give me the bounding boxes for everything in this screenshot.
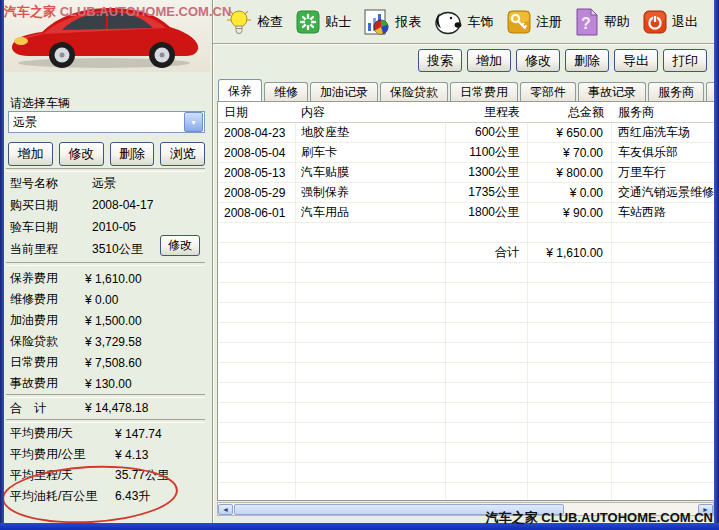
- dropdown-arrow-icon[interactable]: ▼: [184, 112, 203, 132]
- action-modify-button[interactable]: 修改: [516, 49, 560, 72]
- table-row[interactable]: 2008-04-23地胶座垫600公里¥ 650.00西红庙洗车场: [218, 123, 714, 143]
- table-cell: [612, 223, 714, 242]
- grand-total-value: ¥ 14,478.18: [85, 401, 148, 415]
- vehicle-info-row: 型号名称远景: [10, 172, 206, 194]
- table-row[interactable]: 2008-06-01汽车用品1800公里¥ 90.00车站西路: [218, 203, 714, 223]
- table-cell: [296, 383, 446, 402]
- table-cell: [218, 483, 296, 501]
- table-cell: 2008-05-04: [218, 143, 296, 162]
- table-cell: 2008-06-01: [218, 203, 296, 222]
- table-cell: [612, 463, 714, 482]
- table-cell: [218, 443, 296, 462]
- table-cell: ¥ 800.00: [528, 163, 612, 182]
- toolbar-item-register[interactable]: 注册: [507, 10, 562, 34]
- toolbar-item-check[interactable]: 检查: [226, 8, 283, 36]
- average-value: 35.77公里: [115, 467, 169, 484]
- table-cell: [446, 323, 528, 342]
- table-row: [218, 263, 714, 283]
- vehicle-delete-button[interactable]: 删除: [110, 142, 155, 166]
- table-cell: [528, 303, 612, 322]
- vehicle-info-value: 2010-05: [92, 220, 136, 234]
- table-cell: [218, 423, 296, 442]
- table-cell: 万里车行: [612, 163, 714, 182]
- vehicle-browse-button[interactable]: 浏览: [160, 142, 205, 166]
- cost-label: 保养费用: [10, 270, 85, 287]
- vehicle-select-value: 远景: [9, 114, 184, 131]
- cost-row: 保养费用¥ 1,610.00: [10, 268, 206, 289]
- table-cell: 合计: [446, 243, 528, 262]
- action-delete-button[interactable]: 删除: [565, 49, 609, 72]
- table-row: [218, 463, 714, 483]
- table-cell: [612, 303, 714, 322]
- action-add-button[interactable]: 增加: [467, 49, 511, 72]
- table-cell: [296, 443, 446, 462]
- tab-repair[interactable]: 维修: [264, 82, 308, 101]
- average-label: 平均里程/天: [10, 467, 115, 484]
- tab-maintenance[interactable]: 保养: [218, 79, 262, 101]
- table-cell: [446, 283, 528, 302]
- record-tabs: 保养维修加油记录保险贷款日常费用零部件事故记录服务商备忘录: [218, 79, 719, 101]
- watermark-top-en: CLUB.AUTOHOME.COM.CN: [60, 4, 232, 19]
- vehicle-expense-manager-window: 汽车之家 CLUB.AUTOHOME.COM.CN 请选择车辆 远景 ▼ 增加修…: [0, 0, 719, 530]
- table-cell: [528, 363, 612, 382]
- tab-daily[interactable]: 日常费用: [450, 82, 518, 101]
- average-value: ¥ 4.13: [115, 448, 148, 462]
- vehicle-select[interactable]: 远景 ▼: [8, 111, 205, 133]
- cost-value: ¥ 3,729.58: [85, 335, 142, 349]
- toolbar-item-tips[interactable]: 贴士: [296, 10, 351, 34]
- table-cell: [446, 463, 528, 482]
- toolbar-item-report[interactable]: 报表: [364, 9, 421, 35]
- column-header-1: 内容: [296, 102, 446, 122]
- table-cell: [296, 483, 446, 501]
- table-cell: [296, 323, 446, 342]
- toolbar-item-label: 帮助: [604, 13, 630, 31]
- table-cell: [446, 343, 528, 362]
- vehicle-modify-button[interactable]: 修改: [59, 142, 104, 166]
- table-row: [218, 323, 714, 343]
- table-cell: [528, 443, 612, 462]
- tab-fuel[interactable]: 加油记录: [310, 82, 378, 101]
- table-cell: [296, 423, 446, 442]
- averages-section: 平均费用/天¥ 147.74平均费用/公里¥ 4.13平均里程/天35.77公里…: [10, 423, 210, 507]
- cost-label: 事故费用: [10, 375, 85, 392]
- table-row[interactable]: 2008-05-13汽车贴膜1300公里¥ 800.00万里车行: [218, 163, 714, 183]
- watermark-bottom-en: CLUB.AUTOHOME.COM.CN: [541, 510, 713, 525]
- cost-label: 维修费用: [10, 291, 85, 308]
- watermark-bottom-cn: 汽车之家: [486, 510, 538, 525]
- table-cell: 2008-05-29: [218, 183, 296, 202]
- toolbar-item-help[interactable]: ?帮助: [575, 8, 630, 36]
- table-cell: 1100公里: [446, 143, 528, 162]
- average-row: 平均里程/天35.77公里: [10, 465, 210, 486]
- average-label: 平均费用/天: [10, 425, 115, 442]
- tab-provider[interactable]: 服务商: [648, 82, 704, 101]
- record-action-buttons: 搜索增加修改删除导出打印: [418, 49, 707, 72]
- table-cell: [612, 383, 714, 402]
- table-cell: [296, 243, 446, 262]
- table-body: 2008-04-23地胶座垫600公里¥ 650.00西红庙洗车场2008-05…: [218, 123, 714, 501]
- watermark-top: 汽车之家 CLUB.AUTOHOME.COM.CN: [4, 3, 231, 21]
- tab-accident[interactable]: 事故记录: [578, 82, 646, 101]
- toolbar-item-decor[interactable]: 车饰: [434, 9, 493, 35]
- action-print-button[interactable]: 打印: [663, 49, 707, 72]
- main-toolbar: 检查贴士报表车饰注册?帮助退出: [216, 0, 710, 43]
- scroll-left-icon[interactable]: ◄: [218, 504, 233, 515]
- mileage-modify-button[interactable]: 修改: [160, 235, 200, 256]
- table-cell: [296, 463, 446, 482]
- tab-insurance[interactable]: 保险贷款: [380, 82, 448, 101]
- table-row[interactable]: 2008-05-29强制保养1735公里¥ 0.00交通汽销远景维修站: [218, 183, 714, 203]
- table-row[interactable]: 2008-05-04刷车卡1100公里¥ 70.00车友俱乐部: [218, 143, 714, 163]
- table-cell: 西红庙洗车场: [612, 123, 714, 142]
- cost-row: 加油费用¥ 1,500.00: [10, 310, 206, 331]
- table-cell: 2008-04-23: [218, 123, 296, 142]
- table-cell: [612, 243, 714, 262]
- action-export-button[interactable]: 导出: [614, 49, 658, 72]
- table-cell: [296, 343, 446, 362]
- svg-text:?: ?: [581, 15, 591, 32]
- toolbar-item-exit[interactable]: 退出: [643, 10, 698, 34]
- tab-parts[interactable]: 零部件: [520, 82, 576, 101]
- vehicle-add-button[interactable]: 增加: [8, 142, 53, 166]
- action-search-button[interactable]: 搜索: [418, 49, 462, 72]
- table-cell: ¥ 1,610.00: [528, 243, 612, 262]
- snoopy-icon: [434, 9, 462, 35]
- table-cell: [612, 343, 714, 362]
